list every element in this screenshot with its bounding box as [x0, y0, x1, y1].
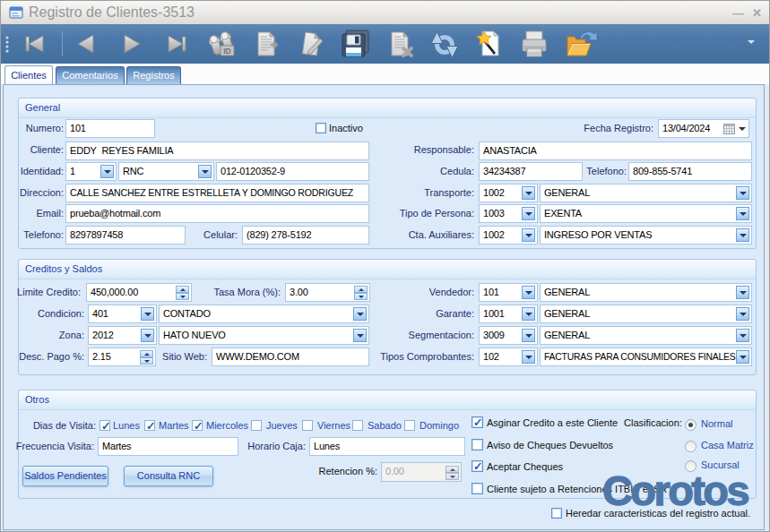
- svg-text:ID: ID: [223, 47, 231, 56]
